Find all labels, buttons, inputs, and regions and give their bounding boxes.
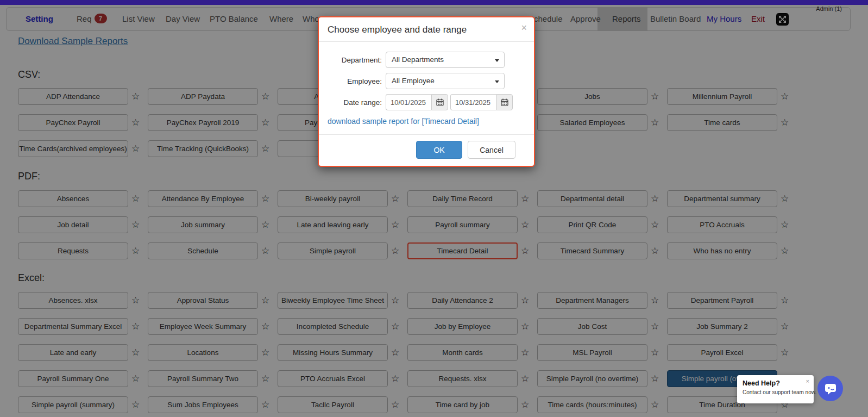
department-select[interactable]: All Departments xyxy=(386,52,505,68)
chevron-down-icon xyxy=(495,59,499,62)
close-icon[interactable]: × xyxy=(806,378,809,384)
date-from-input[interactable] xyxy=(386,94,431,110)
date-to-input[interactable] xyxy=(450,94,496,110)
dialog-footer: OK Cancel xyxy=(319,134,534,166)
department-label: Department: xyxy=(328,56,382,64)
need-help-title: Need Help? xyxy=(743,379,808,387)
dialog-body: Department: All Departments Employee: Al… xyxy=(319,42,534,134)
download-sample-report-link[interactable]: download sample report for [Timecard Det… xyxy=(328,117,479,126)
ok-button[interactable]: OK xyxy=(416,141,462,159)
department-select-value: All Departments xyxy=(392,55,444,64)
dialog-title: Choose employee and date range xyxy=(328,24,467,35)
reports-page: Admin (1) Setting Req7 List View Day Vie… xyxy=(0,0,868,417)
employee-label: Employee: xyxy=(328,77,382,85)
need-help-popup: Need Help? Contact our support team now.… xyxy=(737,375,814,403)
employee-select-value: All Employee xyxy=(392,77,435,85)
need-help-subtitle: Contact our support team now. xyxy=(743,389,808,395)
chevron-down-icon xyxy=(495,80,499,83)
calendar-icon[interactable] xyxy=(496,94,513,110)
support-chat-bubble[interactable] xyxy=(817,376,843,401)
cancel-button[interactable]: Cancel xyxy=(468,141,515,159)
date-range-label: Date range: xyxy=(328,98,382,107)
calendar-icon[interactable] xyxy=(431,94,448,110)
top-brand-strip xyxy=(0,0,868,5)
close-icon[interactable]: × xyxy=(521,23,527,33)
employee-select[interactable]: All Employee xyxy=(386,73,505,89)
dialog-header: Choose employee and date range × xyxy=(319,17,534,42)
choose-employee-date-range-dialog: Choose employee and date range × Departm… xyxy=(318,16,535,167)
date-to-group xyxy=(450,94,513,110)
chat-icon xyxy=(823,382,838,395)
date-from-group xyxy=(386,94,448,110)
